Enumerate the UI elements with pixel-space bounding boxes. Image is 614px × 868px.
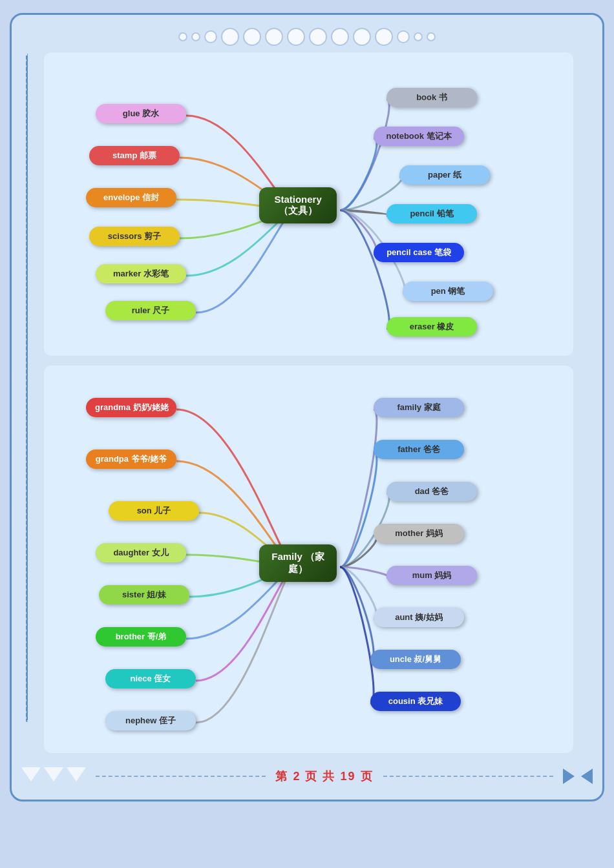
right-word-node: paper 纸 [399, 165, 490, 185]
right-word-node: eraser 橡皮 [386, 317, 477, 336]
left-decoration-line [26, 54, 28, 722]
deco-circle [309, 28, 327, 46]
left-word-node: ruler 尺子 [105, 301, 196, 320]
prev-page-arrow[interactable] [581, 769, 593, 784]
right-word-node: family 家庭 [374, 398, 464, 417]
pagination: 第 2 页 共 19 页 [21, 760, 593, 790]
deco-triangle [21, 767, 41, 781]
left-word-node: grandma 奶奶/姥姥 [86, 398, 176, 417]
right-word-node: pencil case 笔袋 [374, 243, 464, 262]
left-word-node: daughter 女儿 [96, 543, 186, 563]
center-node: Stationery （文具） [259, 187, 337, 223]
left-word-node: grandpa 爷爷/姥爷 [86, 450, 176, 469]
page-number: 第 2 页 共 19 页 [275, 769, 373, 784]
page-wrapper: Stationery （文具）glue 胶水stamp 邮票envelope 信… [10, 13, 604, 801]
deco-circle [265, 28, 283, 46]
deco-triangle [67, 767, 86, 781]
deco-circle [243, 28, 261, 46]
left-word-node: scissors 剪子 [89, 227, 180, 246]
deco-circle [353, 28, 371, 46]
left-word-node: nephew 侄子 [105, 711, 196, 730]
right-word-node: dad 爸爸 [386, 482, 477, 501]
deco-circle [375, 28, 393, 46]
left-word-node: glue 胶水 [96, 104, 186, 123]
deco-circle [287, 28, 305, 46]
dotted-line [383, 776, 553, 777]
left-word-node: son 儿子 [109, 501, 199, 521]
right-word-node: book 书 [386, 88, 477, 107]
right-word-node: aunt 姨/姑妈 [374, 608, 464, 627]
right-word-node: cousin 表兄妹 [370, 692, 461, 711]
deco-circle [397, 30, 410, 43]
deco-circle [414, 32, 423, 41]
left-word-node: marker 水彩笔 [96, 264, 186, 284]
dotted-line [96, 776, 266, 777]
right-word-node: father 爸爸 [374, 440, 464, 459]
right-word-node: pencil 铅笔 [386, 204, 477, 223]
left-word-node: envelope 信封 [86, 188, 176, 207]
top-decoration [21, 25, 593, 46]
deco-triangle [44, 767, 63, 781]
deco-circle [204, 30, 217, 43]
right-word-node: notebook 笔记本 [374, 127, 464, 146]
stationery-mindmap: Stationery （文具）glue 胶水stamp 邮票envelope 信… [44, 52, 573, 356]
deco-circle [221, 28, 239, 46]
right-word-node: pen 钢笔 [403, 282, 493, 301]
right-word-node: uncle 叔/舅舅 [370, 650, 461, 669]
left-word-node: brother 哥/弟 [96, 627, 186, 646]
left-word-node: sister 姐/妹 [99, 585, 189, 604]
deco-circle [191, 32, 200, 41]
deco-circle [331, 28, 349, 46]
right-word-node: mum 妈妈 [386, 566, 477, 585]
next-page-arrow[interactable] [563, 769, 575, 784]
left-word-node: niece 侄女 [105, 669, 196, 688]
bottom-decoration [21, 767, 86, 785]
deco-circle [178, 32, 187, 41]
right-word-node: mother 妈妈 [374, 524, 464, 543]
family-mindmap: Family （家庭）grandma 奶奶/姥姥grandpa 爷爷/姥爷son… [44, 366, 573, 753]
left-word-node: stamp 邮票 [89, 146, 180, 165]
center-node: Family （家庭） [259, 544, 337, 582]
deco-circle [427, 32, 436, 41]
